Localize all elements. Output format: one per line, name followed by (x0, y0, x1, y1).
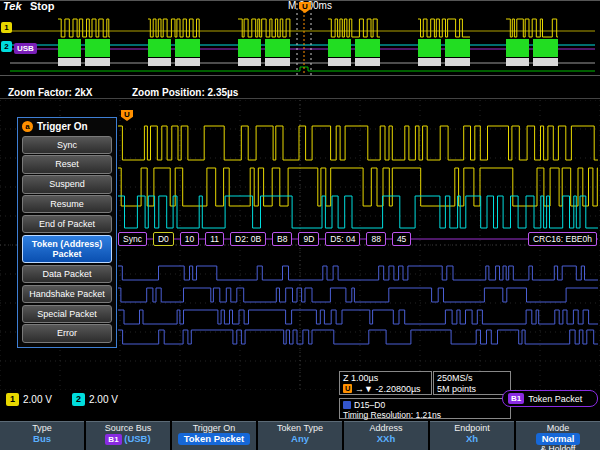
bus-trigger-badge: B1 Token Packet (502, 390, 598, 407)
zoom-scale-readout-box: Z 1.00µs U →▼ -2.20800µs (339, 371, 432, 395)
digital-group-icon (343, 401, 351, 409)
bottom-menu-value: Any (258, 433, 342, 444)
channel2-marker: 2 (1, 41, 12, 52)
menu-item-data-packet[interactable]: Data Packet (22, 265, 112, 283)
bottom-menu-token-type[interactable]: Token TypeAny (258, 421, 342, 450)
bus-packet-10: 10 (180, 232, 199, 246)
oscilloscope-screen: Tek Stop M 2.00ms 1 2 USB U Zoom Factor:… (0, 0, 600, 450)
bottom-menu-type[interactable]: TypeBus (0, 421, 84, 450)
menu-item-handshake-packet[interactable]: Handshake Packet (22, 285, 112, 303)
delay-arrow-icon: →▼ (355, 384, 373, 394)
bottom-menu-title: Source Bus (86, 423, 170, 433)
sample-rate: 250MS/s (437, 373, 507, 384)
bottom-menu-value: Bus (0, 433, 84, 444)
bus-packet-b8: B8 (272, 232, 292, 246)
bus-packet-11: 11 (205, 232, 224, 246)
multipurpose-a-icon: a (22, 121, 33, 132)
bottom-menu-value: Token Packet (172, 433, 256, 444)
bus-packet-88: 88 (366, 232, 385, 246)
channel1-marker: 1 (1, 22, 12, 33)
bus-packet-d2-0b: D2: 0B (230, 232, 266, 246)
acquisition-readout-box: 250MS/s 5M points (433, 371, 511, 395)
channel2-readout[interactable]: 2 2.00 V (72, 393, 118, 406)
trigger-symbol-icon: U (343, 384, 352, 393)
bottom-menu-value: B1 (USB) (86, 433, 170, 445)
bus-trigger-label: Token Packet (528, 394, 582, 404)
menu-item-special-packet[interactable]: Special Packet (22, 305, 112, 323)
bottom-menu-source-bus[interactable]: Source BusB1 (USB) (86, 421, 170, 450)
bus-packet-sync: Sync (118, 232, 147, 246)
channel1-badge: 1 (6, 393, 19, 406)
bus-packet-crc16-ebe0h: CRC16: EBE0h (528, 232, 597, 246)
zoom-factor-readout: Zoom Factor: 2kX (8, 87, 92, 98)
bus-packet-d5-04: D5: 04 (325, 232, 360, 246)
zoom-readout-bar: Zoom Factor: 2kX Zoom Position: 2.35µs (0, 86, 600, 99)
channel1-readout[interactable]: 1 2.00 V (6, 393, 52, 406)
zoom-position-readout: Zoom Position: 2.35µs (132, 87, 238, 98)
channel1-scale: 2.00 V (23, 394, 52, 405)
bottom-menu-title: Mode (516, 423, 600, 433)
bus-packet-d0: D0 (153, 232, 174, 246)
bus1-badge: B1 (508, 393, 524, 404)
trigger-delay: U →▼ -2.20800µs (343, 384, 428, 395)
usb-bus-label: USB (14, 43, 37, 54)
bottom-menu-title: Address (344, 423, 428, 433)
zoom-scale: Z 1.00µs (343, 373, 428, 384)
bottom-menu-trigger-on[interactable]: Trigger OnToken Packet (172, 421, 256, 450)
digital-readout-box: D15–D0 Timing Resolution: 1.21ns (339, 398, 511, 419)
bottom-menu-value: Xh (430, 433, 514, 444)
bus1-badge: B1 (105, 434, 121, 445)
digital-group: D15–D0 (343, 400, 507, 410)
menu-item-resume[interactable]: Resume (22, 195, 112, 213)
delay-value: -2.20800µs (375, 384, 420, 394)
bottom-menu-mode[interactable]: ModeNormal& Holdoff (516, 421, 600, 450)
menu-item-reset[interactable]: Reset (22, 155, 112, 173)
bus-decode-row: SyncD01011D2: 0BB89DD5: 048845CRC16: EBE… (118, 231, 597, 247)
bottom-menu-endpoint[interactable]: EndpointXh (430, 421, 514, 450)
bus-packet-9d: 9D (298, 232, 319, 246)
menu-item-sync[interactable]: Sync (22, 136, 112, 154)
record-length: 5M points (437, 384, 507, 395)
bottom-menu-value: XXh (344, 433, 428, 444)
bottom-menu-address[interactable]: AddressXXh (344, 421, 428, 450)
trigger-on-menu-items: SyncResetSuspendResumeEnd of PacketToken… (18, 136, 116, 343)
trigger-on-menu: a Trigger On SyncResetSuspendResumeEnd o… (17, 117, 117, 348)
timing-resolution: Timing Resolution: 1.21ns (343, 410, 507, 420)
bottom-menu-title: Token Type (258, 423, 342, 433)
bottom-menu-value2: & Holdoff (516, 445, 600, 450)
menu-item-error[interactable]: Error (22, 324, 112, 342)
bottom-menu-title: Type (0, 423, 84, 433)
menu-item-suspend[interactable]: Suspend (22, 175, 112, 193)
bus-packet-45: 45 (392, 232, 411, 246)
bottom-menu-title: Trigger On (172, 423, 256, 433)
channel2-scale: 2.00 V (89, 394, 118, 405)
overview-waveform-area: 1 2 USB U (0, 0, 600, 76)
trigger-on-menu-header: a Trigger On (18, 118, 116, 134)
overview-waveforms (0, 1, 600, 77)
menu-item-end-of-packet[interactable]: End of Packet (22, 215, 112, 233)
channel2-badge: 2 (72, 393, 85, 406)
bottom-menu-title: Endpoint (430, 423, 514, 433)
menu-item-token-address-packet[interactable]: Token (Address) Packet (22, 235, 112, 264)
bottom-menu-bar: TypeBusSource BusB1 (USB)Trigger OnToken… (0, 421, 600, 450)
trigger-on-menu-title: Trigger On (37, 121, 88, 132)
